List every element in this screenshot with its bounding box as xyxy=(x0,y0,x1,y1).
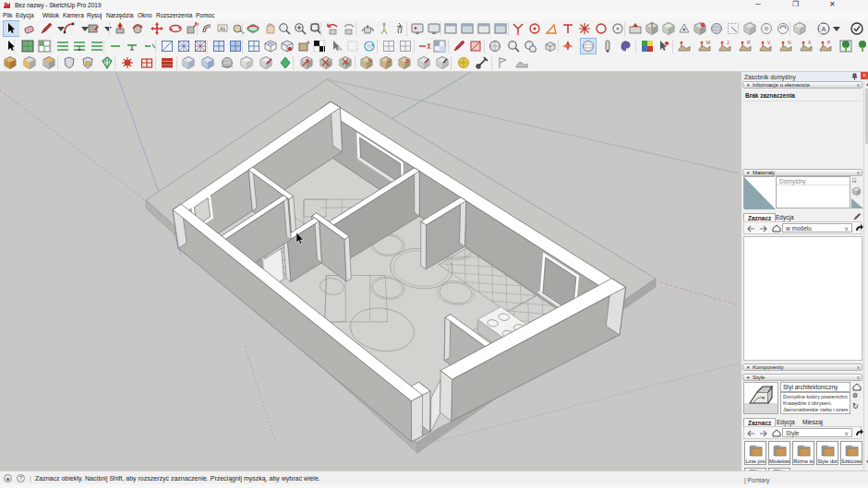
svg-text:X: X xyxy=(808,40,812,45)
svg-text:R: R xyxy=(747,40,751,45)
svg-text:A: A xyxy=(821,25,826,33)
svg-text:N: N xyxy=(788,40,791,45)
svg-text:P: P xyxy=(827,40,831,45)
svg-text:V: V xyxy=(767,40,771,45)
svg-text:B: B xyxy=(405,58,409,64)
svg-text:R: R xyxy=(387,58,392,64)
svg-text:A1: A1 xyxy=(220,26,225,31)
svg-text:J: J xyxy=(727,40,729,45)
svg-text:M: M xyxy=(706,40,710,45)
svg-text:%: % xyxy=(337,46,343,52)
